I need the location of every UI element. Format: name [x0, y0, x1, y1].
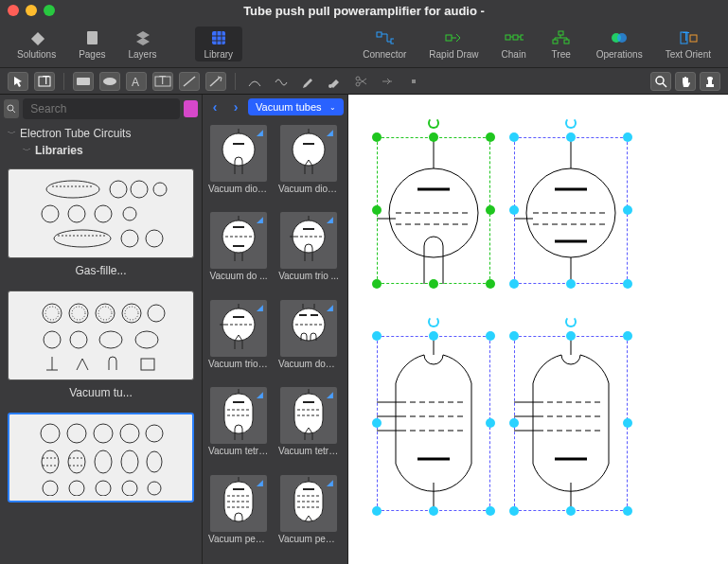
shape-item[interactable]: ◢Vacuum diod ... [278, 125, 339, 208]
canvas[interactable] [348, 95, 728, 564]
nav-back[interactable]: ‹ [206, 98, 223, 115]
svg-point-26 [103, 78, 116, 85]
solutions-button[interactable]: Solutions [8, 26, 65, 62]
info-icon: ◢ [327, 390, 334, 397]
svg-rect-10 [506, 35, 510, 40]
tree-button[interactable]: Tree [540, 26, 583, 62]
svg-point-72 [41, 424, 60, 443]
svg-rect-22 [690, 35, 697, 42]
svg-point-85 [122, 481, 137, 496]
shape-item[interactable]: ◢Vacuum do ... [208, 212, 269, 295]
svg-point-33 [356, 77, 360, 80]
search-tool[interactable] [650, 72, 671, 91]
pages-button[interactable]: Pages [69, 26, 115, 62]
rapid-draw-button[interactable]: Rapid Draw [419, 26, 488, 62]
svg-point-81 [147, 451, 162, 472]
shapes-panel: ‹ › Vacuum tubes ⌄ ◢Vacuum diod ... ◢Vac… [203, 95, 348, 564]
tree-libraries[interactable]: ﹀ Libraries [8, 142, 194, 159]
svg-rect-128 [224, 394, 253, 433]
minimize-icon[interactable] [26, 5, 37, 16]
operations-button[interactable]: Operations [587, 26, 652, 62]
svg-point-77 [42, 450, 59, 473]
shape-item[interactable]: ◢Vacuum tetro ... [278, 387, 339, 470]
text-orient-icon: T [679, 28, 698, 47]
diamond-icon [27, 28, 46, 47]
text-orient-button[interactable]: T Text Orient [656, 26, 720, 62]
shape-item[interactable]: ◢Vacuum pento ... [278, 475, 339, 558]
canvas-shape-selected[interactable] [377, 123, 490, 298]
brush-tool[interactable] [324, 72, 345, 91]
library-card[interactable] [8, 291, 194, 380]
chain-icon [505, 28, 524, 47]
shape-item[interactable]: ◢Vacuum tetr ... [208, 387, 269, 470]
shape-item[interactable]: ◢Vacuum triod ... [208, 300, 269, 383]
curve-tool[interactable] [244, 72, 265, 91]
connector-button[interactable]: Connector [353, 26, 416, 62]
page-icon [82, 28, 101, 47]
ellipse-shape[interactable] [99, 72, 120, 91]
shape-item[interactable]: ◢Vacuum trio ... [278, 212, 339, 295]
svg-point-76 [146, 425, 163, 442]
color-swatch[interactable] [184, 100, 198, 117]
svg-point-73 [67, 424, 86, 443]
hand-tool[interactable] [675, 72, 696, 91]
canvas-shape-selected[interactable] [514, 322, 628, 525]
node-tool[interactable] [403, 72, 424, 91]
stamp-tool[interactable] [700, 72, 720, 91]
rect-shape[interactable] [73, 72, 94, 91]
svg-point-60 [148, 305, 165, 322]
scissors-tool[interactable] [350, 72, 371, 91]
line-tool[interactable] [179, 72, 200, 91]
svg-point-70 [98, 307, 112, 320]
search-input[interactable] [23, 98, 180, 119]
svg-point-68 [45, 307, 59, 320]
library-card-selected[interactable] [8, 413, 194, 502]
text-tool[interactable]: T [34, 72, 55, 91]
canvas-shape-selected[interactable] [514, 123, 628, 298]
library-card[interactable] [8, 168, 194, 258]
chain-button[interactable]: Chain [492, 26, 536, 62]
svg-point-45 [110, 181, 127, 198]
svg-rect-67 [141, 359, 154, 370]
svg-point-69 [72, 307, 85, 320]
canvas-shape-selected[interactable] [377, 322, 490, 525]
chevron-down-icon: ⌄ [329, 103, 336, 112]
rapid-draw-icon [444, 28, 463, 47]
layers-button[interactable]: Layers [119, 26, 167, 62]
left-panel: ﹀ Electron Tube Circuits ﹀ Libraries [0, 95, 203, 564]
svg-point-91 [222, 133, 255, 166]
pen-tool[interactable] [297, 72, 318, 91]
textbox-shape[interactable]: T [152, 72, 173, 91]
select-tool[interactable] [8, 72, 28, 91]
svg-line-31 [210, 78, 220, 86]
svg-rect-7 [377, 32, 382, 37]
svg-point-47 [153, 183, 167, 196]
shape-item[interactable]: ◢Vacuum pent ... [208, 475, 269, 558]
svg-point-48 [42, 205, 59, 222]
shape-item[interactable]: ◢Vacuum dou ... [278, 300, 339, 383]
svg-point-64 [135, 331, 158, 348]
info-icon: ◢ [257, 390, 264, 397]
svg-text:T: T [159, 75, 167, 87]
svg-point-43 [46, 181, 99, 198]
spline-tool[interactable] [271, 72, 292, 91]
nav-forward[interactable]: › [227, 98, 244, 115]
svg-point-74 [94, 424, 113, 443]
tree-root[interactable]: ﹀ Electron Tube Circuits [8, 125, 194, 142]
library-card-label: Vacuum tu... [8, 386, 194, 399]
search-toggle[interactable] [4, 99, 19, 118]
anchor-tool[interactable] [377, 72, 398, 91]
info-icon: ◢ [257, 303, 264, 310]
category-dropdown[interactable]: Vacuum tubes ⌄ [248, 98, 344, 115]
zoom-icon[interactable] [44, 5, 55, 16]
svg-point-83 [69, 481, 84, 496]
shape-item[interactable]: ◢Vacuum diod ... [208, 125, 269, 208]
text-shape[interactable]: A [126, 72, 147, 91]
arrow-tool[interactable] [205, 72, 226, 91]
close-icon[interactable] [8, 5, 19, 16]
svg-rect-2 [212, 31, 225, 44]
tree-icon [552, 28, 571, 47]
svg-rect-0 [30, 32, 44, 45]
svg-point-63 [99, 331, 122, 348]
library-button[interactable]: Library [195, 26, 243, 62]
